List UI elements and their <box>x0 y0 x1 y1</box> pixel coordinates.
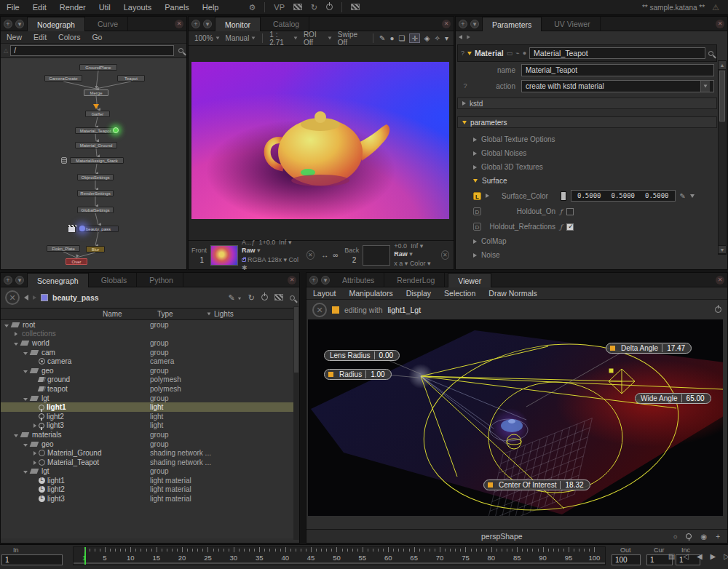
tab-globals[interactable]: Globals <box>92 273 138 287</box>
nodegraph-canvas[interactable]: GroundPlaneCameraCreateTeapotMergeGaffer… <box>1 58 186 269</box>
in-frame-field[interactable]: 1 <box>1 554 63 565</box>
node-Teapot[interactable]: Teapot <box>117 75 145 81</box>
manipulator-label-wide-angle[interactable]: Wide Angle65.00 <box>635 393 711 404</box>
scroll-thumb[interactable] <box>294 307 298 373</box>
eyedropper-icon[interactable]: ✎ <box>379 34 385 42</box>
expander-icon[interactable] <box>22 349 29 357</box>
edit-target-name[interactable]: light1_Lgt <box>388 306 422 314</box>
compare-icon[interactable]: ◈ <box>424 34 430 42</box>
rendered-teapot-image[interactable] <box>191 62 449 219</box>
menu-help[interactable]: Help <box>196 3 226 12</box>
column-name[interactable]: Name <box>103 310 122 318</box>
chevron-down-icon[interactable]: ▾ <box>445 34 448 42</box>
flipbook-icon[interactable]: ▤ <box>668 552 675 560</box>
link-buffers-icon[interactable]: ∞ <box>333 251 338 259</box>
tree-row-Material_Teapot[interactable]: Material_Teapotshading network ... <box>1 458 299 467</box>
node-RenderSettings[interactable]: RenderSettings <box>77 190 114 196</box>
search-icon[interactable] <box>178 48 183 53</box>
render-monitor-icon[interactable] <box>289 3 306 12</box>
menu-file[interactable]: File <box>0 3 26 12</box>
node-Flokn_Plate[interactable]: Flokn_Plate <box>47 245 80 252</box>
menu-manipulators[interactable]: Manipulators <box>343 289 400 298</box>
eyedropper-icon[interactable]: ✎ <box>680 192 686 200</box>
tree-row-geo[interactable]: geogroup <box>1 439 299 449</box>
step-forward-icon[interactable]: ▶ <box>711 552 716 560</box>
scenegraph-scrollbar[interactable] <box>293 306 299 540</box>
expand-icon[interactable] <box>486 194 489 198</box>
back-icon[interactable] <box>459 35 462 39</box>
manipulator-label-radius[interactable]: Radius1.00 <box>324 369 392 380</box>
roi-select[interactable]: ROI Off <box>304 31 332 47</box>
forward-icon[interactable] <box>33 295 36 300</box>
node-MaterialAssign_Stack[interactable]: MaterialAssign_Stack <box>70 157 124 164</box>
pane-menu-icon[interactable]: ▾ <box>15 276 24 284</box>
action-select[interactable]: create with kstd material <box>521 80 714 92</box>
pan-tool-icon[interactable]: ✛ <box>409 33 419 43</box>
pane-split-icon[interactable]: + <box>4 276 12 284</box>
expander-icon[interactable] <box>3 321 10 329</box>
forward-icon[interactable] <box>467 35 470 39</box>
tab-parameters[interactable]: Parameters <box>482 17 542 31</box>
tab-scenegraph[interactable]: Scenegraph <box>27 273 89 287</box>
tree-row-lgt[interactable]: lgtgroup <box>1 467 299 477</box>
close-icon[interactable]: ✕ <box>442 20 451 28</box>
tree-row-materials[interactable]: materialsgroup <box>1 430 299 439</box>
close-icon[interactable]: ✕ <box>716 276 724 284</box>
menu-colors[interactable]: Colors <box>52 33 86 41</box>
power-icon[interactable] <box>715 306 721 314</box>
pane-menu-icon[interactable]: ▾ <box>470 20 479 28</box>
tree-row-teapot[interactable]: teapotpolymesh <box>1 384 299 394</box>
node-GlobalSettings[interactable]: GlobalSettings <box>77 207 114 213</box>
tab-uv-viewer[interactable]: UV Viewer <box>545 17 600 31</box>
scroll-up-icon[interactable]: ▲ <box>719 61 726 70</box>
expander-icon[interactable] <box>31 449 39 457</box>
tab-viewer[interactable]: Viewer <box>448 273 491 287</box>
tree-row-ground[interactable]: groundpolymesh <box>1 375 299 385</box>
node-search-input[interactable] <box>10 45 174 56</box>
next-keyframe-icon[interactable]: ▷ <box>724 552 728 560</box>
global-3d-textures-group[interactable]: Global 3D Textures <box>473 160 717 174</box>
tree-row-light1[interactable]: light1light <box>1 402 299 412</box>
expander-icon[interactable] <box>22 467 29 475</box>
context-node-name[interactable]: beauty_pass <box>52 293 99 302</box>
menu-display[interactable]: Display <box>400 289 438 298</box>
close-icon[interactable]: ✕ <box>716 20 724 28</box>
expander-icon[interactable] <box>31 458 39 466</box>
tree-row-world[interactable]: worldgroup <box>1 338 299 348</box>
menu-selection[interactable]: Selection <box>438 289 482 298</box>
search-icon[interactable] <box>290 295 295 301</box>
tree-row-cam[interactable]: camgroup <box>1 348 299 357</box>
tab-python[interactable]: Python <box>140 273 183 287</box>
menu-layouts[interactable]: Layouts <box>117 3 159 12</box>
close-icon[interactable]: ✕ <box>288 276 296 284</box>
pane-menu-icon[interactable]: ▾ <box>15 20 24 28</box>
prev-keyframe-icon[interactable]: ◁ <box>683 552 689 560</box>
help-icon[interactable]: ? <box>461 49 464 57</box>
current-shape-name[interactable]: perspShape <box>481 532 523 541</box>
pane-split-icon[interactable]: + <box>4 20 12 28</box>
kstd-group[interactable]: kstd <box>457 98 717 109</box>
menu-render[interactable]: Render <box>53 3 92 12</box>
step-back-icon[interactable]: ◀ <box>697 552 703 560</box>
green-view-flag-icon[interactable] <box>113 127 119 133</box>
swipe-toggle[interactable]: Swipe Off <box>338 31 366 47</box>
swap-buffers-icon[interactable]: ↔ <box>321 251 328 259</box>
noise-group[interactable]: Noise <box>473 248 717 262</box>
center-icon[interactable]: ✧ <box>435 34 440 42</box>
tree-row-collections[interactable]: collections <box>1 330 299 339</box>
global-texture-options-group[interactable]: Global Texture Options <box>473 132 717 146</box>
expander-icon[interactable] <box>22 394 29 402</box>
node-Merge[interactable]: Merge <box>84 89 108 96</box>
expander-icon[interactable] <box>22 367 29 375</box>
refresh-icon[interactable]: ↻ <box>306 3 322 12</box>
pane-menu-icon[interactable]: ▾ <box>321 276 330 284</box>
expand-icon[interactable] <box>467 52 472 55</box>
expander-icon[interactable] <box>12 330 20 338</box>
clear-back-icon[interactable]: ✕ <box>441 250 449 260</box>
search-icon[interactable] <box>708 51 713 56</box>
tree-row-light3[interactable]: light3light <box>1 421 299 431</box>
menu-draw-normals[interactable]: Draw Normals <box>482 289 544 298</box>
name-value-field[interactable]: Material_Teapot <box>521 64 714 76</box>
node-Material_Teapot[interactable]: Material_Teapot <box>75 127 116 134</box>
target-icon[interactable]: ◉ <box>700 533 707 541</box>
